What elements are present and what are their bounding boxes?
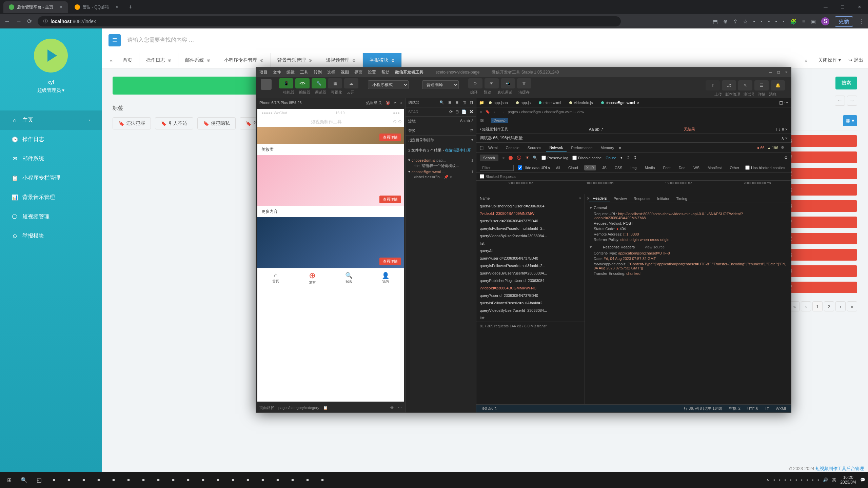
- network-request-row[interactable]: queryIsFollowed?userId=null&fanId=2...: [476, 262, 585, 269]
- pin-icon[interactable]: 📌: [444, 175, 449, 179]
- encoding-indicator[interactable]: UTF-8: [747, 407, 758, 411]
- sim-tool-icon[interactable]: 🔇: [386, 101, 390, 105]
- filter-chip-doc[interactable]: Doc: [677, 165, 688, 170]
- taskbar-app[interactable]: ●: [226, 473, 239, 486]
- user-role-dropdown[interactable]: 超级管理员 ▾: [0, 87, 102, 94]
- indent-indicator[interactable]: 空格: 2: [729, 406, 741, 411]
- debugger-button[interactable]: 🔧: [312, 78, 326, 88]
- phone-nav-publish[interactable]: ⊕发布: [294, 268, 331, 287]
- tag-item[interactable]: 🔖侵犯隐私: [197, 117, 236, 129]
- menu-item[interactable]: 设置: [368, 69, 376, 75]
- new-file-icon[interactable]: 📄: [461, 109, 467, 114]
- network-request-row[interactable]: queryPublisher?loginUserId=23063084: [476, 277, 585, 284]
- clear-cache-button[interactable]: 🗑: [517, 78, 531, 88]
- filter-chip-cloud[interactable]: Cloud: [566, 165, 580, 170]
- filter-icon[interactable]: ⧩: [526, 156, 529, 160]
- minimize-icon[interactable]: ─: [769, 70, 772, 75]
- chevron-down-icon[interactable]: ▾: [471, 138, 473, 143]
- zoom-icon[interactable]: ⊕: [723, 18, 728, 25]
- detail-button[interactable]: ☰: [754, 80, 769, 90]
- ext-icon[interactable]: ▪: [753, 18, 755, 24]
- task-view-icon[interactable]: ◱: [33, 473, 45, 486]
- tray-icon[interactable]: ▪: [801, 477, 802, 482]
- taskbar-app[interactable]: ●: [271, 473, 284, 486]
- page-tab-report[interactable]: 举报模块⊗: [363, 53, 402, 67]
- clear-icon[interactable]: 🗙: [469, 109, 473, 114]
- sidebar-item-video[interactable]: 🖵短视频管理: [0, 207, 102, 226]
- clear-icon[interactable]: 🚫: [517, 156, 521, 160]
- preview-tab[interactable]: Preview: [610, 195, 630, 202]
- tab-close-icon[interactable]: ⊗: [168, 58, 171, 63]
- ext-icon[interactable]: ▪: [768, 18, 770, 24]
- taskbar-app[interactable]: ●: [107, 473, 120, 486]
- network-request-row[interactable]: queryIsFollowed?userId=null&fanId=2...: [476, 299, 585, 307]
- start-button[interactable]: ⊞: [3, 473, 16, 486]
- forward-icon[interactable]: →: [500, 110, 504, 114]
- close-detail-icon[interactable]: ×: [587, 196, 589, 201]
- menu-item[interactable]: 文件: [273, 69, 281, 75]
- find-input[interactable]: 短视频制作工具: [482, 127, 508, 131]
- simulator-button[interactable]: 📱: [279, 78, 293, 88]
- user-avatar[interactable]: [261, 79, 272, 90]
- taskbar-app[interactable]: ●: [256, 473, 269, 486]
- menu-item[interactable]: 项目: [259, 69, 268, 75]
- network-request-row[interactable]: queryPublisher?loginUserId=23063084: [476, 202, 585, 210]
- collapse-icon[interactable]: ⊟: [455, 109, 459, 114]
- taskbar-app[interactable]: ●: [122, 473, 135, 486]
- tray-icon[interactable]: ▪: [790, 477, 791, 482]
- general-section[interactable]: General: [589, 206, 787, 210]
- version-button[interactable]: ⎇: [722, 80, 736, 90]
- phone-nav-explore[interactable]: 🔍探索: [331, 268, 367, 287]
- panel-tab[interactable]: 调试器: [408, 100, 419, 105]
- ext-icon[interactable]: ▪: [761, 18, 763, 24]
- forward-button[interactable]: →: [16, 18, 22, 25]
- browser-tab-2[interactable]: 警告 - QQ邮箱 ×: [69, 1, 123, 13]
- filter-icon[interactable]: ≡: [782, 127, 784, 132]
- close-icon[interactable]: ×: [637, 101, 639, 105]
- debugger-tab-sources[interactable]: Sources: [524, 144, 545, 151]
- network-request-row[interactable]: list: [476, 314, 585, 322]
- upload-icon[interactable]: ↥: [627, 156, 630, 160]
- tab-close-icon[interactable]: ⊗: [207, 58, 210, 63]
- page-tab-video[interactable]: 短视频管理⊗: [319, 53, 363, 67]
- phone-card-image[interactable]: 查看详情: [257, 127, 404, 144]
- next-button[interactable]: →: [847, 96, 857, 106]
- logout-button[interactable]: ↪ 退出: [848, 57, 863, 63]
- detail-button[interactable]: 查看详情: [379, 196, 401, 203]
- name-column-header[interactable]: Name×: [476, 194, 585, 202]
- cursor-position-indicator[interactable]: 行 36, 列 8 (选中 1640): [684, 406, 722, 411]
- notifications-icon[interactable]: 💬: [860, 477, 865, 482]
- language-indicator[interactable]: WXML: [776, 407, 787, 411]
- tray-icon[interactable]: ▪: [806, 477, 808, 482]
- close-icon[interactable]: ×: [785, 136, 788, 141]
- warning-count[interactable]: ▲ 196: [767, 146, 778, 150]
- menu-icon[interactable]: ⋮: [859, 18, 864, 25]
- phone-simulator[interactable]: ●●●●● WeChat 16:19 ●●● 短视频制作工具 ⊙ ⊙ 查看详情 …: [257, 109, 404, 402]
- sidebar-item-report[interactable]: ⊙举报模块: [0, 226, 102, 246]
- sim-tool-icon[interactable]: ⟐: [400, 101, 402, 105]
- filter-chip-img[interactable]: Img: [628, 165, 638, 170]
- tree-match[interactable]: title: '请选择一个滤镜模板...: [408, 163, 473, 168]
- split-icon[interactable]: ⊟: [455, 100, 458, 105]
- tab-close-icon[interactable]: ⊗: [309, 58, 312, 63]
- regex-toggle[interactable]: .*: [471, 119, 473, 123]
- tab-close-icon[interactable]: ⊗: [260, 58, 263, 63]
- network-request-row[interactable]: list: [476, 240, 585, 247]
- tray-icon[interactable]: ▪: [784, 477, 786, 482]
- taskbar-app[interactable]: ●: [316, 473, 329, 486]
- split-icon[interactable]: ⊞: [448, 100, 451, 105]
- site-info-icon[interactable]: ⓘ: [43, 18, 48, 24]
- upload-button[interactable]: ⬆: [706, 80, 720, 90]
- taskbar-app[interactable]: ●: [92, 473, 105, 486]
- bookmark-icon[interactable]: ☆: [743, 18, 748, 25]
- preserve-log-checkbox[interactable]: Preserve log: [541, 156, 568, 160]
- taskbar-app[interactable]: ●: [212, 473, 224, 486]
- tree-match[interactable]: <label class="lo... 📌 ×: [408, 175, 473, 179]
- path-value[interactable]: pages/category/category: [278, 406, 319, 410]
- taskbar-app[interactable]: ●: [137, 473, 150, 486]
- sidebar-item-mail[interactable]: ✉邮件系统: [0, 149, 102, 168]
- tabs-scroll-right[interactable]: »: [801, 58, 811, 63]
- menu-item[interactable]: 工具: [300, 69, 308, 75]
- case-toggle[interactable]: Aa: [589, 127, 594, 132]
- search-icon[interactable]: 🔍: [533, 156, 537, 160]
